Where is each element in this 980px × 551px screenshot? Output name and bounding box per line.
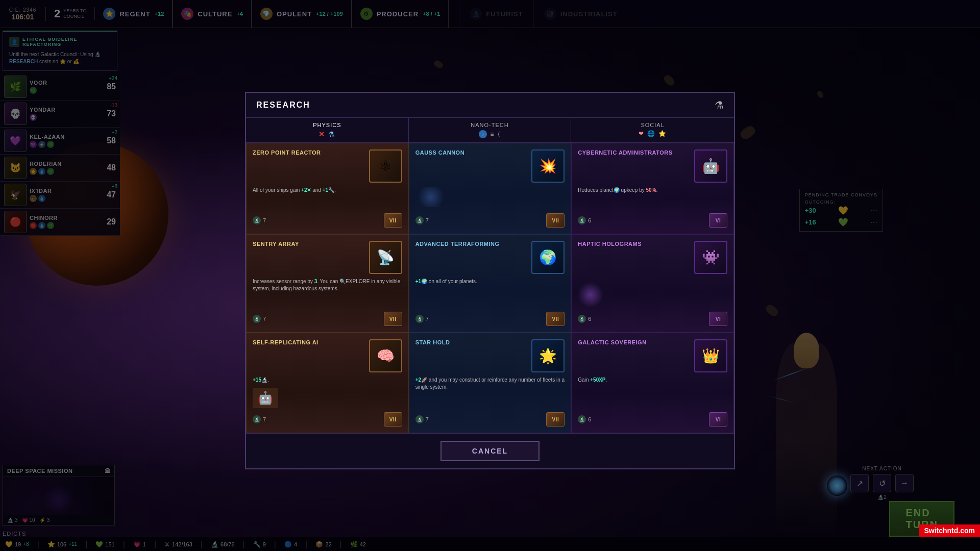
card-sovereign-desc: Gain +50XP. [578, 377, 727, 408]
card-haptic-header: HAPTIC HOLOGRAMS 👾 [578, 241, 727, 274]
physics-tab-label: PHYSICS [246, 122, 408, 128]
card-star-hold-art: 🌟 [532, 340, 564, 371]
card-sovereign-cost: 🔬 6 [578, 415, 591, 423]
physics-flask-icon: ⚗ [328, 130, 335, 138]
modal-flask-icon: ⚗ [715, 99, 724, 111]
card-ai-tier: VII [384, 412, 402, 427]
card-sentry-tier: VII [384, 312, 402, 326]
card-cybernetic-admin[interactable]: CYBERNETIC ADMINISTRATORS 🤖 Reduces plan… [571, 143, 734, 234]
modal-title: RESEARCH [256, 101, 310, 110]
card-zero-point-footer: 🔬 7 VII [253, 213, 402, 228]
ai-cost-value: 7 [263, 416, 266, 422]
cost-value: 7 [263, 217, 266, 223]
card-zero-point-art: ⚛ [370, 151, 401, 182]
card-zero-point-reactor[interactable]: ZERO POINT REACTOR ⚛ All of your ships g… [246, 143, 409, 234]
nano-icon3: ⟨ [498, 131, 501, 138]
nano-icon2: ≡ [490, 131, 494, 138]
card-cyber-footer: 🔬 6 VI [578, 213, 727, 228]
card-gauss-name: GAUSS CANNON [415, 149, 532, 156]
card-haptic-footer: 🔬 6 VI [578, 312, 727, 326]
card-sentry-footer: 🔬 7 VII [253, 312, 402, 326]
haptic-cost-icon: 🔬 [578, 315, 586, 323]
card-gauss-cost: 🔬 7 [415, 216, 429, 224]
card-star-hold-desc: +2🚀 and you may construct or reinforce a… [415, 377, 565, 408]
card-zero-point-image: ⚛ [369, 149, 402, 183]
star-hold-cost-icon: 🔬 [415, 415, 424, 423]
card-star-hold-name: STAR HOLD [415, 339, 532, 345]
terra-cost-icon: 🔬 [415, 315, 424, 323]
modal-header: RESEARCH ⚗ [246, 93, 734, 118]
cancel-button[interactable]: CANCEL [440, 441, 540, 461]
card-star-hold-image: 🌟 [531, 339, 565, 372]
card-haptic-desc [578, 278, 727, 308]
card-terra-header: ADVANCED TERRAFORMING 🌍 [415, 241, 565, 274]
card-sovereign-tier: VI [709, 412, 727, 427]
card-star-hold[interactable]: STAR HOLD 🌟 +2🚀 and you may construct or… [409, 333, 572, 433]
social-tab-label: SOCIAL [571, 122, 734, 128]
card-sovereign-image: 👑 [694, 339, 727, 372]
cost-icon: 🔬 [253, 216, 261, 224]
card-gauss-desc [415, 187, 565, 209]
tab-social[interactable]: SOCIAL ❤ 🌐 ⭐ [571, 118, 734, 142]
cyber-cost-value: 6 [588, 217, 591, 223]
card-sentry-image: 📡 [369, 241, 402, 274]
card-gauss-image: 💥 [531, 149, 565, 183]
card-haptic-cost: 🔬 6 [578, 315, 591, 323]
nano-tab-icons: ○ ≡ ⟨ [409, 130, 571, 138]
card-terra-footer: 🔬 7 VII [415, 312, 565, 326]
card-self-replicating-ai[interactable]: SELF-REPLICATING AI 🧠 +15🔬. 🤖 🔬 7 VII [246, 333, 409, 433]
card-star-hold-tier: VII [546, 412, 565, 427]
card-ai-desc: +15🔬. 🤖 [253, 377, 402, 408]
sentry-cost-icon: 🔬 [253, 315, 261, 323]
card-galactic-sovereign[interactable]: GALACTIC SOVEREIGN 👑 Gain +50XP. 🔬 6 VI [571, 333, 734, 433]
sentry-cost-value: 7 [263, 316, 266, 322]
card-haptic-name: HAPTIC HOLOGRAMS [578, 241, 694, 247]
card-ai-cost: 🔬 7 [253, 415, 266, 423]
social-tab-icons: ❤ 🌐 ⭐ [571, 130, 734, 137]
card-cyber-header: CYBERNETIC ADMINISTRATORS 🤖 [578, 149, 727, 183]
tab-physics[interactable]: PHYSICS ✕ ⚗ [246, 118, 409, 142]
research-tabs: PHYSICS ✕ ⚗ NANO-TECH ○ ≡ ⟨ SOCIAL ❤ 🌐 [246, 118, 734, 143]
card-gauss-tier: VII [546, 213, 565, 228]
switchntd-logo: Switchntd.com [919, 524, 980, 537]
card-cyber-tier: VI [709, 213, 727, 228]
star-hold-cost-value: 7 [426, 416, 429, 422]
social-icon2: 🌐 [647, 130, 655, 137]
card-zero-point-desc: All of your ships gain +2✕ and +1🔧. [253, 187, 402, 209]
physics-x-icon: ✕ [318, 130, 325, 138]
card-sovereign-footer: 🔬 6 VI [578, 412, 727, 427]
card-sentry-array[interactable]: SENTRY ARRAY 📡 Increases sensor range by… [246, 234, 409, 333]
research-modal: RESEARCH ⚗ PHYSICS ✕ ⚗ NANO-TECH ○ ≡ ⟨ [245, 92, 735, 469]
modal-footer: CANCEL [246, 433, 734, 468]
card-zero-point-tier: VII [384, 213, 402, 228]
terra-cost-value: 7 [426, 316, 429, 322]
card-sentry-desc: Increases sensor range by 3. You can 🔍EX… [253, 278, 402, 308]
modal-overlay: RESEARCH ⚗ PHYSICS ✕ ⚗ NANO-TECH ○ ≡ ⟨ [0, 0, 980, 551]
card-terra-tier: VII [546, 312, 565, 326]
card-star-hold-footer: 🔬 7 VII [415, 412, 565, 427]
card-terra-cost: 🔬 7 [415, 315, 429, 323]
card-cyber-name: CYBERNETIC ADMINISTRATORS [578, 149, 694, 156]
card-sentry-cost: 🔬 7 [253, 315, 266, 323]
gauss-cost-icon: 🔬 [415, 216, 424, 224]
card-cyber-image: 🤖 [694, 149, 727, 183]
tab-nano-tech[interactable]: NANO-TECH ○ ≡ ⟨ [409, 118, 572, 142]
card-terra-image: 🌍 [531, 241, 565, 274]
physics-tab-icons: ✕ ⚗ [246, 130, 408, 138]
card-terra-desc: +1🌍 on all of your planets. [415, 278, 565, 308]
research-cards-grid: ZERO POINT REACTOR ⚛ All of your ships g… [246, 143, 734, 433]
card-advanced-terraforming[interactable]: ADVANCED TERRAFORMING 🌍 +1🌍 on all of yo… [409, 234, 572, 333]
gauss-cost-value: 7 [426, 217, 429, 223]
card-haptic-art: 👾 [695, 242, 726, 273]
nano-tech-tab-label: NANO-TECH [409, 122, 571, 128]
card-sentry-header: SENTRY ARRAY 📡 [253, 241, 402, 274]
card-zero-point-name: ZERO POINT REACTOR [253, 149, 369, 156]
card-haptic-holograms[interactable]: HAPTIC HOLOGRAMS 👾 🔬 6 VI [571, 234, 734, 333]
card-gauss-art: 💥 [532, 151, 564, 182]
card-terra-name: ADVANCED TERRAFORMING [415, 241, 532, 247]
card-gauss-cannon[interactable]: GAUSS CANNON 💥 🔬 7 VII [409, 143, 572, 234]
card-sovereign-name: GALACTIC SOVEREIGN [578, 339, 694, 345]
card-haptic-image: 👾 [694, 241, 727, 274]
card-gauss-header: GAUSS CANNON 💥 [415, 149, 565, 183]
card-zero-point-cost: 🔬 7 [253, 216, 266, 224]
